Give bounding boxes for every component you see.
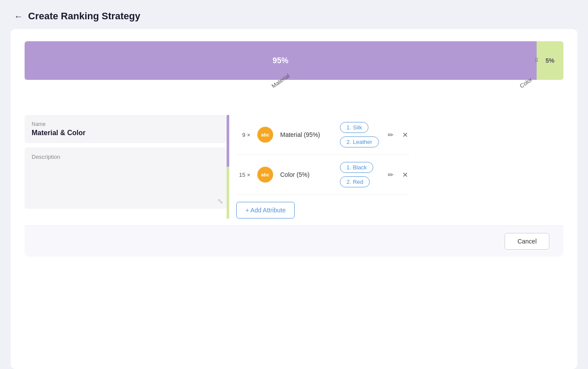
attr-count-color: 15 × <box>236 172 250 178</box>
edit-color-button[interactable]: ✏ <box>386 169 395 181</box>
edit-material-button[interactable]: ✏ <box>386 129 395 141</box>
cancel-button[interactable]: Cancel <box>505 233 549 250</box>
resize-handle-icon: ⤡ <box>217 197 223 205</box>
content-row: Name Material & Color Description ⤡ 9 × … <box>25 115 563 219</box>
back-button[interactable]: ← <box>14 11 23 21</box>
add-attribute-button[interactable]: + Add Attribute <box>236 202 295 219</box>
left-panel: Name Material & Color Description ⤡ <box>25 115 227 209</box>
name-field: Name Material & Color <box>25 115 227 143</box>
progress-bar: 95% ⠿ 5% <box>25 41 563 80</box>
vbar-color <box>227 167 229 219</box>
table-row: 15 × abc Color (5%) 1. Black 2. Red ✏ ✕ <box>236 155 410 195</box>
attr-value-black[interactable]: 1. Black <box>340 162 373 173</box>
description-label: Description <box>32 154 220 160</box>
main-card: 95% ⠿ 5% Material Color Name Material & … <box>11 29 577 369</box>
page-title: Create Ranking Strategy <box>28 11 141 22</box>
footer: Cancel <box>25 226 563 257</box>
table-row: 9 × abc Material (95%) 1. Silk 2. Leathe… <box>236 115 410 155</box>
vbar-material <box>227 115 229 167</box>
back-icon: ← <box>14 11 23 21</box>
attributes-list: 9 × abc Material (95%) 1. Silk 2. Leathe… <box>236 115 410 219</box>
bar-labels: Material Color <box>25 83 563 97</box>
name-value: Material & Color <box>32 129 220 137</box>
material-pct-label: 95% <box>273 56 289 65</box>
divider-handle[interactable]: ⠿ <box>534 41 539 80</box>
remove-color-button[interactable]: ✕ <box>400 169 410 181</box>
name-label: Name <box>32 121 220 127</box>
attr-value-silk[interactable]: 1. Silk <box>340 122 368 133</box>
attr-actions-color: ✏ ✕ <box>386 169 410 181</box>
attributes-section: 9 × abc Material (95%) 1. Silk 2. Leathe… <box>227 115 410 219</box>
progress-bar-section: 95% ⠿ 5% Material Color <box>25 41 563 97</box>
attr-value-red[interactable]: 2. Red <box>340 176 370 187</box>
bar-color[interactable]: ⠿ 5% <box>537 41 563 80</box>
color-pct-label: 5% <box>545 57 554 64</box>
vertical-bar <box>227 115 229 219</box>
attr-name-color: Color (5%) <box>280 171 333 178</box>
bar-material[interactable]: 95% <box>25 41 537 80</box>
attr-value-leather[interactable]: 2. Leather <box>340 136 379 147</box>
attr-icon-material: abc <box>257 127 273 143</box>
remove-material-button[interactable]: ✕ <box>400 129 410 141</box>
attr-actions-material: ✏ ✕ <box>386 129 410 141</box>
attr-values-color: 1. Black 2. Red <box>340 162 379 187</box>
attr-count-material: 9 × <box>236 132 250 138</box>
description-field[interactable]: Description ⤡ <box>25 147 227 209</box>
attr-icon-color: abc <box>257 167 273 183</box>
attr-values-material: 1. Silk 2. Leather <box>340 122 379 147</box>
attr-name-material: Material (95%) <box>280 131 333 138</box>
